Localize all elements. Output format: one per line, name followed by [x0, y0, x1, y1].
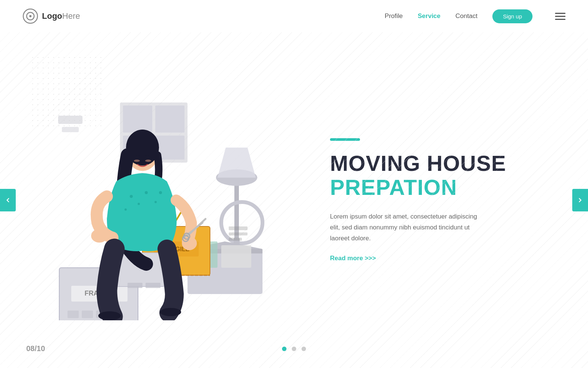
svg-point-2 — [29, 15, 32, 17]
svg-point-53 — [91, 229, 108, 243]
svg-point-59 — [98, 311, 121, 320]
nav: Profile Service Contact Sign up — [385, 9, 566, 23]
svg-point-44 — [146, 155, 149, 159]
svg-point-46 — [145, 160, 151, 162]
svg-rect-34 — [68, 311, 79, 318]
hero-text-area: MOVING HOUSE PREPATION Lorem ipsum dolor… — [308, 32, 588, 368]
svg-point-47 — [130, 195, 133, 198]
svg-rect-8 — [58, 116, 82, 124]
arrow-right-button[interactable] — [572, 189, 588, 211]
svg-rect-5 — [155, 106, 184, 133]
svg-rect-22 — [229, 232, 248, 235]
svg-point-43 — [136, 155, 140, 159]
nav-profile[interactable]: Profile — [385, 12, 403, 20]
nav-service[interactable]: Service — [418, 12, 441, 20]
dot-1[interactable] — [282, 347, 286, 351]
svg-point-48 — [138, 203, 140, 205]
svg-point-60 — [160, 308, 181, 316]
hero-title-line2: PREPATION — [330, 175, 558, 199]
dot-3[interactable] — [302, 347, 306, 351]
logo-text: LogoHere — [42, 11, 80, 21]
svg-rect-20 — [221, 245, 251, 268]
main-content: FRAGILE FRAGILE — [0, 32, 588, 368]
slide-counter: 08/10 — [26, 344, 45, 353]
svg-point-50 — [154, 201, 157, 203]
read-more-link[interactable]: Read more >>> — [330, 255, 558, 262]
pagination-dots — [282, 347, 306, 351]
nav-contact[interactable]: Contact — [456, 12, 478, 20]
illustration-area: FRAGILE FRAGILE — [0, 32, 308, 368]
dot-2[interactable] — [292, 347, 296, 351]
hero-title-line1: MOVING HOUSE — [330, 151, 558, 175]
arrow-left-button[interactable] — [0, 189, 16, 211]
header: LogoHere Profile Service Contact Sign up — [0, 0, 588, 32]
signup-button[interactable]: Sign up — [492, 9, 532, 23]
logo-icon — [22, 8, 38, 24]
svg-marker-13 — [218, 148, 256, 178]
hamburger-menu[interactable] — [555, 13, 566, 20]
accent-bar — [330, 138, 360, 141]
logo: LogoHere — [22, 8, 80, 24]
svg-rect-35 — [82, 311, 93, 318]
svg-rect-23 — [229, 238, 242, 241]
svg-point-49 — [145, 191, 148, 194]
svg-rect-9 — [62, 127, 79, 132]
svg-rect-40 — [146, 283, 160, 288]
svg-rect-4 — [123, 106, 152, 133]
svg-point-45 — [134, 160, 140, 162]
svg-point-52 — [159, 191, 162, 194]
svg-rect-39 — [128, 283, 142, 288]
hero-description: Lorem ipsum dolor sit amet, consectetuer… — [330, 211, 480, 244]
svg-point-51 — [124, 208, 127, 211]
svg-point-14 — [221, 202, 262, 243]
hero-illustration: FRAGILE FRAGILE — [26, 80, 281, 320]
svg-rect-21 — [229, 226, 248, 230]
